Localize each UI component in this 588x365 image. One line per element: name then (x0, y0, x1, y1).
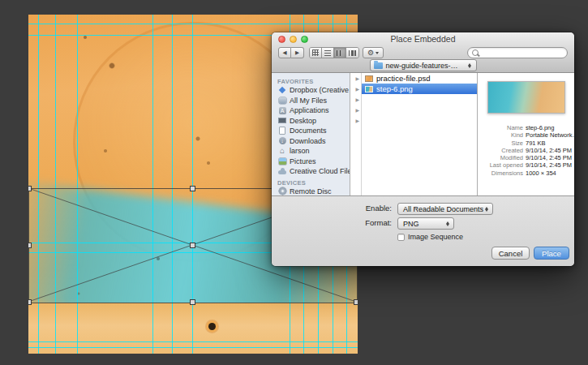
meta-value: 9/10/14, 2:45 PM (526, 154, 572, 161)
dialog-chrome: Place Embedded ◀ ▶ ⚙ (272, 32, 574, 73)
zoom-button[interactable] (301, 36, 308, 43)
minimize-button[interactable] (290, 36, 297, 43)
folder-popup-label: new-guide-features-… (386, 62, 458, 70)
coverflow-view-icon (349, 50, 356, 56)
transform-handle[interactable] (354, 299, 358, 305)
sidebar-item-pictures[interactable]: Pictures (272, 157, 350, 167)
forward-icon: ▶ (295, 49, 299, 56)
search-icon (472, 49, 479, 56)
photoshop-workspace: Place Embedded ◀ ▶ ⚙ (0, 0, 588, 365)
sidebar-item-documents[interactable]: Documents (272, 126, 350, 136)
sidebar-item-applications[interactable]: Applications (272, 105, 350, 116)
file-metadata: Namestep-6.png KindPortable Network… Siz… (478, 124, 574, 177)
file-row-step-6[interactable]: step-6.png (362, 84, 477, 94)
sidebar-item-all-my-files[interactable]: All My Files (272, 96, 350, 106)
forward-button[interactable]: ▶ (291, 47, 304, 58)
meta-value: Portable Network… (526, 131, 574, 139)
file-name: step-6.png (376, 84, 413, 93)
format-popup[interactable]: PNG (397, 217, 454, 230)
disclosure-icon: ▶ (350, 73, 361, 84)
list-view-icon (324, 50, 331, 56)
coverflow-view-button[interactable] (346, 48, 358, 58)
png-thumbnail-icon (365, 86, 373, 92)
cancel-button[interactable]: Cancel (491, 247, 530, 260)
all-my-files-icon (278, 97, 286, 105)
column-view-icon (337, 50, 343, 56)
view-mode-control (309, 47, 359, 58)
nav-buttons: ◀ ▶ (278, 47, 304, 58)
meta-label: Modified (478, 154, 526, 161)
transform-handle[interactable] (28, 186, 32, 191)
format-label: Format: (272, 218, 392, 227)
transform-handle[interactable] (190, 186, 195, 191)
folder-popup[interactable]: new-guide-features-… (370, 59, 477, 71)
disc-icon (278, 187, 286, 195)
meta-label: Dimensions (478, 170, 526, 177)
sidebar-item-label: Creative Cloud Files (290, 167, 350, 175)
folder-icon (374, 62, 383, 69)
back-icon: ◀ (283, 49, 287, 56)
grid-view-icon (312, 49, 319, 56)
list-view-button[interactable] (322, 48, 334, 58)
sidebar-item-creative-cloud-files[interactable]: Creative Cloud Files (272, 166, 350, 177)
sidebar: FAVORITES Dropbox (Creative Cl… All My F… (272, 73, 350, 195)
parent-column: ▶ ▶ ▶ ▶ ▶ (350, 73, 362, 195)
image-sequence-checkbox[interactable] (397, 234, 405, 241)
sidebar-item-home[interactable]: larson (272, 146, 350, 157)
place-button[interactable]: Place (534, 247, 569, 260)
documents-icon (278, 127, 286, 135)
dialog-title: Place Embedded (272, 32, 574, 46)
file-row-practice-file[interactable]: practice-file.psd (362, 73, 477, 84)
format-popup-value: PNG (403, 220, 419, 228)
meta-label: Last opened (478, 161, 526, 169)
dialog-toolbar: ◀ ▶ ⚙ (272, 47, 574, 59)
transform-handle[interactable] (28, 299, 32, 305)
sidebar-item-label: All My Files (290, 97, 327, 105)
action-menu-button[interactable]: ⚙ (363, 47, 384, 58)
sidebar-item-label: larson (290, 147, 310, 155)
path-row: new-guide-features-… (272, 59, 574, 72)
desktop-icon (278, 117, 286, 125)
meta-value: 9/10/14, 2:45 PM (526, 161, 572, 169)
meta-value: step-6.png (526, 124, 554, 131)
popup-updown-icon (467, 62, 473, 70)
gear-icon: ⚙ (367, 49, 374, 57)
disclosure-icon: ▶ (350, 94, 361, 105)
dropbox-icon (278, 86, 286, 94)
enable-popup-value: All Readable Documents (403, 205, 483, 213)
devices-header: DEVICES (272, 177, 350, 187)
home-icon (278, 147, 286, 155)
search-field (467, 47, 568, 58)
column-view-button[interactable] (334, 48, 346, 58)
sidebar-item-label: Applications (290, 106, 329, 114)
sidebar-item-dropbox[interactable]: Dropbox (Creative Cl… (272, 85, 350, 96)
meta-value: 9/10/14, 2:45 PM (526, 147, 572, 154)
window-controls (278, 36, 308, 43)
place-embedded-dialog: Place Embedded ◀ ▶ ⚙ (272, 32, 574, 266)
popup-updown-icon (445, 220, 451, 228)
file-list: practice-file.psd step-6.png (362, 73, 477, 195)
meta-label: Kind (478, 131, 526, 139)
icon-view-button[interactable] (310, 48, 322, 58)
sidebar-item-remote-disc[interactable]: Remote Disc (272, 187, 350, 196)
sidebar-item-label: Pictures (290, 157, 316, 165)
back-button[interactable]: ◀ (278, 47, 291, 58)
sidebar-item-desktop[interactable]: Desktop (272, 116, 350, 127)
transform-handle[interactable] (190, 243, 195, 248)
image-sequence-label: Image Sequence (408, 233, 463, 241)
sidebar-item-label: Downloads (290, 137, 326, 145)
search-input[interactable] (479, 48, 577, 58)
close-button[interactable] (278, 36, 285, 43)
meta-label: Name (478, 124, 526, 131)
disclosure-icon: ▶ (350, 84, 361, 94)
sidebar-item-downloads[interactable]: Downloads (272, 136, 350, 147)
chevron-down-icon (376, 52, 379, 56)
transform-handle[interactable] (28, 243, 32, 248)
psd-thumbnail-icon (365, 75, 373, 82)
meta-label: Size (478, 140, 526, 147)
sidebar-item-label: Documents (290, 127, 327, 135)
enable-popup[interactable]: All Readable Documents (397, 203, 493, 215)
favorites-header: FAVORITES (272, 75, 350, 85)
meta-value: 1000 × 354 (526, 170, 556, 177)
transform-handle[interactable] (190, 299, 195, 305)
